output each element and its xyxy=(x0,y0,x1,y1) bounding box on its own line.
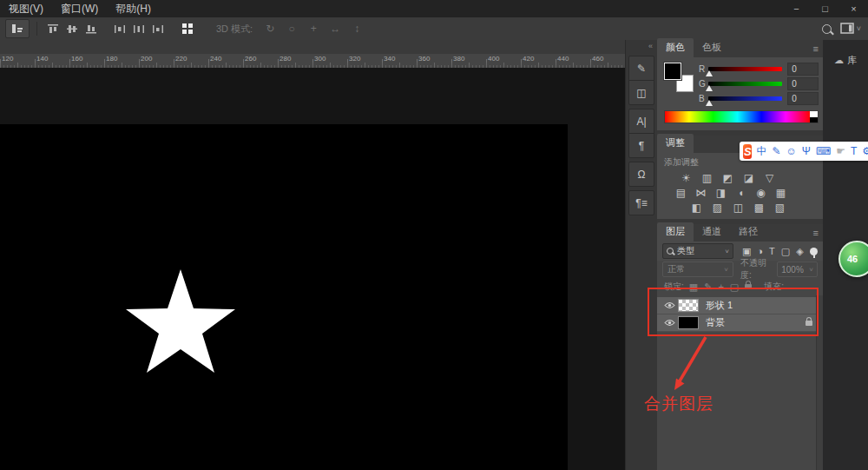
channel-mixer-icon[interactable]: ◉ xyxy=(754,187,767,199)
ime-icons: 中✎☺Ψ⌨☛T⚙ xyxy=(756,146,868,156)
paragraph-panel-icon[interactable]: ¶ xyxy=(629,133,654,157)
black-white-icon[interactable]: ◨ xyxy=(714,187,727,199)
ruler-label: 120 xyxy=(2,55,13,63)
panel-menu-icon[interactable]: ≡ xyxy=(813,228,818,238)
distribute-horizontal-centers-icon[interactable] xyxy=(130,21,147,37)
ime-hand-icon[interactable]: ☛ xyxy=(836,146,845,156)
3d-slide-icon[interactable]: ↔ xyxy=(328,23,342,35)
ruler-tick xyxy=(0,59,1,68)
minimize-button[interactable]: − xyxy=(782,0,811,17)
tab-color-0[interactable]: 颜色 xyxy=(657,38,694,57)
filter-smart-objects-icon[interactable]: ◈ xyxy=(796,246,803,257)
ruler-label: 200 xyxy=(141,55,152,63)
filter-shape-layers-icon[interactable]: ▢ xyxy=(781,246,790,257)
slider-marker-icon[interactable] xyxy=(706,70,713,76)
hue-saturation-icon[interactable]: ▤ xyxy=(674,187,687,199)
current-tool-icon[interactable] xyxy=(5,19,30,38)
menu-item-help[interactable]: 帮助(H) xyxy=(107,0,160,17)
blend-mode-dropdown[interactable]: 正常 ˅ xyxy=(662,261,733,277)
photo-filter-icon[interactable]: ◖ xyxy=(734,187,747,199)
menu-item-view[interactable]: 视图(V) xyxy=(0,0,52,17)
channel-value[interactable]: 0 xyxy=(787,77,819,90)
color-lookup-icon[interactable]: ▦ xyxy=(774,187,787,199)
channel-value[interactable]: 0 xyxy=(787,63,819,76)
ime-handwriting-icon[interactable]: ✎ xyxy=(772,146,780,156)
ime-toolbox-icon[interactable]: ⚙ xyxy=(862,146,868,156)
exposure-icon[interactable]: ◪ xyxy=(742,172,755,184)
vibrance-icon[interactable]: ▽ xyxy=(763,172,776,184)
ruler-tick xyxy=(139,59,140,68)
ruler-tick xyxy=(35,59,36,68)
panel-menu-icon[interactable]: ≡ xyxy=(813,43,818,54)
brightness-contrast-icon[interactable]: ☀ xyxy=(680,172,693,184)
3d-roll-icon[interactable]: ○ xyxy=(285,23,299,35)
opacity-input[interactable]: 100% ˅ xyxy=(777,261,818,277)
paragraph-styles-panel-icon[interactable]: ¶≡ xyxy=(629,191,654,215)
ime-skin-icon[interactable]: T xyxy=(851,146,857,156)
tab-color-1[interactable]: 色板 xyxy=(694,38,730,57)
clone-source-panel-icon[interactable]: ◫ xyxy=(629,80,654,104)
libraries-panel-collapsed[interactable]: ☁ 库 xyxy=(823,54,868,67)
glyphs-panel-icon[interactable]: Ω xyxy=(629,162,654,186)
expand-panels-icon[interactable]: « xyxy=(626,40,657,52)
menu-bar: 视图(V)窗口(W)帮助(H) −□× xyxy=(0,0,868,17)
3d-rotate-icon[interactable]: ↻ xyxy=(263,23,277,35)
color-swatches[interactable] xyxy=(664,63,694,92)
ime-voice-icon[interactable]: Ψ xyxy=(802,146,811,156)
channel-value[interactable]: 0 xyxy=(787,92,819,105)
character-panel-icon[interactable]: A| xyxy=(629,109,654,133)
distribute-right-edges-icon[interactable] xyxy=(149,21,166,37)
search-icon[interactable] xyxy=(822,24,832,34)
channel-slider[interactable] xyxy=(708,96,782,101)
selective-color-icon[interactable]: ▧ xyxy=(773,202,786,214)
document-tab-strip xyxy=(0,40,625,54)
align-top-edges-icon[interactable] xyxy=(44,21,61,37)
color-spectrum-ramp[interactable] xyxy=(664,110,819,123)
artboard-grid-icon[interactable] xyxy=(178,20,197,37)
levels-icon[interactable]: ▥ xyxy=(700,172,713,184)
distribute-left-edges-icon[interactable] xyxy=(111,21,128,37)
color-balance-icon[interactable]: ⋈ xyxy=(694,187,707,199)
ime-keyboard-icon[interactable]: ⌨ xyxy=(816,146,831,156)
curves-icon[interactable]: ◩ xyxy=(721,172,734,184)
spectrum-gradient[interactable] xyxy=(665,111,810,122)
tab-layers-0[interactable]: 图层 xyxy=(657,222,694,242)
align-vertical-centers-icon[interactable] xyxy=(63,21,80,37)
align-bottom-edges-icon[interactable] xyxy=(82,21,99,37)
gradient-map-icon[interactable]: ▩ xyxy=(753,202,766,214)
menu-item-window[interactable]: 窗口(W) xyxy=(52,0,107,17)
slider-marker-icon[interactable] xyxy=(706,85,713,91)
brush-settings-panel-icon[interactable]: ✎ xyxy=(629,56,654,80)
sogou-logo-icon[interactable]: S xyxy=(743,144,752,159)
filter-adjustment-layers-icon[interactable]: ◑ xyxy=(757,246,763,256)
star-shape xyxy=(0,124,568,470)
floating-ball-widget[interactable]: 46 xyxy=(838,241,868,277)
tab-adjustments[interactable]: 调整 xyxy=(657,134,694,153)
ime-emoji-icon[interactable]: ☺ xyxy=(786,146,797,156)
3d-scale-icon[interactable]: ↕ xyxy=(350,23,364,35)
invert-icon[interactable]: ◧ xyxy=(690,202,703,214)
maximize-button[interactable]: □ xyxy=(811,0,839,17)
tab-layers-2[interactable]: 路径 xyxy=(730,222,766,242)
ruler-label: 140 xyxy=(36,55,48,63)
chevron-down-icon: ˅ xyxy=(857,24,861,33)
tab-layers-1[interactable]: 通道 xyxy=(694,222,730,242)
filter-toggle-icon[interactable] xyxy=(810,248,818,255)
threshold-icon[interactable]: ◫ xyxy=(732,202,745,214)
posterize-icon[interactable]: ▨ xyxy=(711,202,724,214)
slider-marker-icon[interactable] xyxy=(706,100,713,106)
channel-slider[interactable] xyxy=(708,82,782,86)
blend-mode-value: 正常 xyxy=(667,263,724,275)
layer-filter-dropdown[interactable]: 类型 ˅ xyxy=(662,243,733,259)
document-canvas[interactable] xyxy=(0,124,568,470)
3d-drag-icon[interactable]: + xyxy=(306,23,320,35)
ime-chinese-mode-icon[interactable]: 中 xyxy=(756,146,766,156)
close-button[interactable]: × xyxy=(839,0,868,17)
filter-type-layers-icon[interactable]: T xyxy=(769,246,775,256)
filter-pixel-layers-icon[interactable]: ▣ xyxy=(742,246,751,257)
canvas-area[interactable] xyxy=(0,68,625,470)
spectrum-bw-end[interactable] xyxy=(810,111,818,122)
workspace-switcher-icon[interactable]: ˅ xyxy=(840,23,861,35)
channel-slider[interactable] xyxy=(708,67,782,71)
foreground-color-swatch[interactable] xyxy=(664,63,681,80)
